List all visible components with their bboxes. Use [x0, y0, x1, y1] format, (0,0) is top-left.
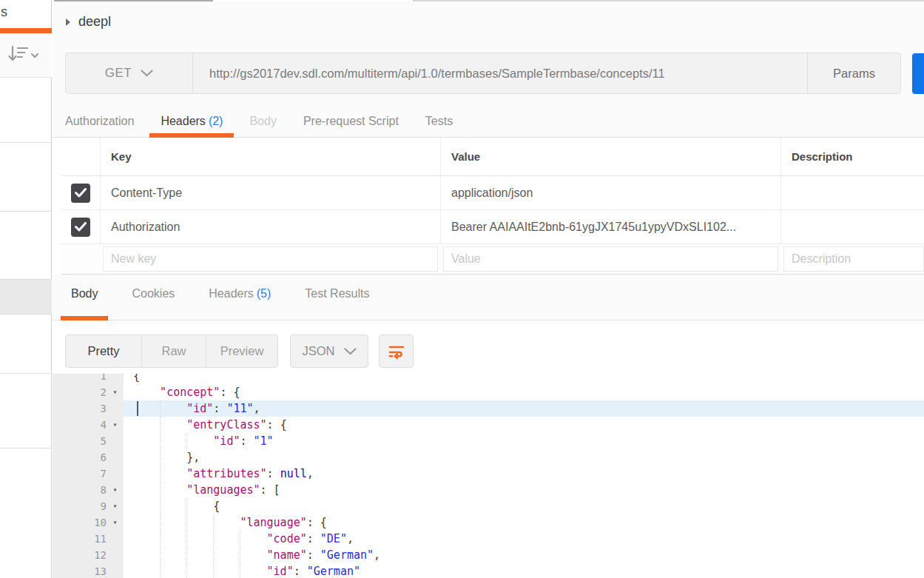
wrap-text-icon	[387, 343, 406, 360]
gutter: 10▾	[53, 514, 124, 531]
format-select[interactable]: JSON	[290, 335, 368, 368]
view-mode-raw[interactable]: Raw	[141, 335, 206, 367]
request-tab-headers[interactable]: Headers(2)	[161, 115, 223, 137]
gutter: 3	[53, 400, 124, 417]
line-number: 8	[65, 482, 107, 498]
indent-guide	[160, 417, 186, 433]
header-description-cell[interactable]	[780, 176, 924, 209]
gutter: 9▾	[53, 498, 124, 514]
wrap-text-button[interactable]	[379, 335, 414, 368]
tab-label: Body	[71, 287, 98, 300]
sidebar-selected-item[interactable]	[0, 279, 52, 315]
header-enabled-checkbox[interactable]	[71, 184, 90, 203]
fold-toggle-icon[interactable]: ▾	[107, 514, 124, 531]
indent-guide	[213, 563, 240, 578]
method-select[interactable]: GET	[66, 53, 193, 93]
sidebar-tab-label-cut[interactable]: s	[1, 4, 7, 20]
send-button[interactable]	[912, 53, 924, 94]
method-label: GET	[105, 66, 132, 81]
code-text: "code": "DE",	[124, 531, 924, 547]
response-tab-test-results[interactable]: Test Results	[305, 287, 369, 320]
gutter: 11	[53, 531, 124, 547]
sidebar-active-tab-underline	[0, 28, 52, 33]
code-text: "attributes": null,	[124, 466, 924, 482]
indent-guide	[133, 482, 160, 498]
json-string: "German"	[320, 548, 374, 562]
json-string: "German"	[307, 565, 360, 578]
sidebar-row-divider	[0, 373, 52, 374]
json-punctuation: :	[240, 434, 253, 448]
json-punctuation: ,	[307, 467, 314, 480]
url-input[interactable]: http://gs2017dev.sdl.com/multiterm/api/1…	[193, 53, 807, 93]
indent-guide	[133, 514, 160, 531]
gutter: 7	[53, 466, 124, 482]
sidebar-row-divider	[0, 448, 52, 448]
indent-guide	[133, 433, 160, 449]
view-mode-pretty[interactable]: Pretty	[66, 335, 141, 367]
json-code: 1{2▾"concept": {3"id": "11",4▾"entryClas…	[53, 374, 924, 578]
request-collection-header[interactable]: deepl	[65, 14, 111, 30]
request-tab-tests[interactable]: Tests	[425, 115, 453, 137]
line-number: 4	[65, 417, 107, 433]
response-tabs: BodyCookiesHeaders(5)Test Results	[71, 287, 403, 320]
indent-guide	[133, 417, 160, 433]
fold-toggle-icon[interactable]: ▾	[107, 417, 124, 433]
header-enabled-checkbox[interactable]	[71, 218, 90, 237]
response-tab-cookies[interactable]: Cookies	[132, 287, 175, 320]
json-punctuation: : [	[260, 483, 280, 497]
tab-label: Authorization	[65, 115, 134, 127]
header-value-cell[interactable]: Bearer AAIAAItE2bnb-61ygJX1745u1ypyVDxSL…	[440, 210, 780, 243]
header-key-cell[interactable]: Authorization	[100, 210, 440, 243]
indent-guide	[186, 563, 213, 578]
new-description-input[interactable]: Description	[783, 246, 924, 272]
code-text: "id": "1"	[124, 433, 924, 449]
indent-guide	[160, 514, 186, 531]
new-value-input[interactable]: Value	[443, 246, 778, 272]
line-number: 3	[65, 400, 107, 417]
request-tabs: AuthorizationHeaders(2)BodyPre-request S…	[65, 106, 479, 137]
header-value-cell[interactable]: application/json	[440, 176, 780, 209]
tab-label: Cookies	[132, 287, 175, 300]
indent-guide	[213, 531, 240, 547]
indent-guide	[213, 547, 240, 563]
indent-guide	[186, 531, 213, 547]
table-header-row: Key Value Description	[61, 138, 924, 176]
header-description-cell[interactable]	[780, 210, 924, 243]
line-number: 13	[65, 563, 107, 578]
code-line: 13"id": "German"	[53, 563, 924, 578]
sidebar-row-divider	[0, 211, 52, 212]
collection-name: deepl	[78, 14, 111, 30]
json-key: "entryClass"	[186, 418, 266, 431]
code-line: 8▾"languages": [	[53, 482, 924, 498]
indent-guide	[186, 433, 213, 449]
params-button[interactable]: Params	[807, 53, 900, 93]
response-view-controls: PrettyRawPreview JSON	[53, 320, 924, 374]
response-tab-body[interactable]: Body	[71, 287, 98, 320]
tab-label: Headers	[161, 115, 205, 127]
code-text: "language": {	[124, 514, 924, 531]
view-mode-preview[interactable]: Preview	[206, 335, 277, 367]
chevron-down-icon	[141, 70, 153, 77]
code-text: {	[124, 374, 924, 384]
fold-toggle-icon[interactable]: ▾	[107, 498, 124, 514]
code-line-highlighted: 3"id": "11",	[53, 400, 924, 417]
code-text: "id": "11",	[124, 400, 924, 417]
header-key-cell[interactable]: Content-Type	[100, 176, 440, 209]
request-tab-authorization[interactable]: Authorization	[65, 115, 134, 137]
request-tab-pre-request-script[interactable]: Pre-request Script	[303, 115, 399, 137]
code-line: 11"code": "DE",	[53, 531, 924, 547]
code-line: 4▾"entryClass": {	[53, 417, 924, 433]
header-row: AuthorizationBearer AAIAAItE2bnb-61ygJX1…	[61, 210, 924, 244]
response-tab-headers[interactable]: Headers(5)	[209, 287, 271, 320]
code-line: 9▾{	[53, 498, 924, 514]
indent-guide	[133, 547, 160, 563]
indent-guide	[133, 466, 160, 482]
json-key: "concept"	[160, 386, 220, 399]
fold-toggle-icon[interactable]: ▾	[107, 384, 124, 400]
sort-descending-icon[interactable]	[7, 45, 41, 66]
fold-toggle-icon[interactable]: ▾	[107, 482, 124, 498]
json-punctuation: :	[267, 467, 280, 480]
collapse-caret-icon[interactable]	[65, 18, 71, 27]
request-tab-body[interactable]: Body	[249, 115, 276, 137]
new-key-input[interactable]: New key	[103, 246, 438, 272]
